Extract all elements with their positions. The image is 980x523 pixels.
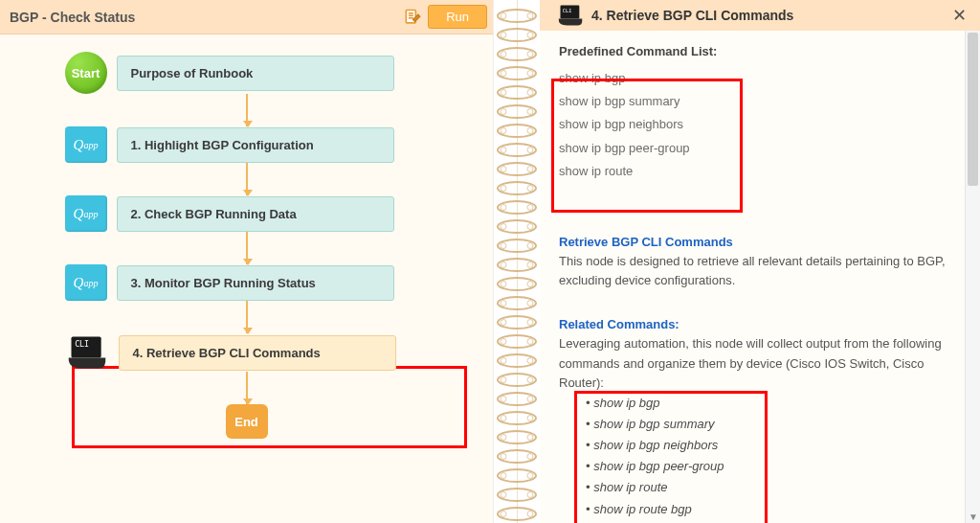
flow-node-check-running[interactable]: 2. Check BGP Running Data: [117, 196, 394, 232]
svg-point-53: [527, 301, 533, 307]
svg-point-49: [501, 282, 506, 287]
svg-point-77: [527, 454, 533, 460]
svg-point-67: [501, 397, 506, 402]
svg-point-7: [501, 13, 506, 19]
spiral-binding: [494, 0, 540, 523]
close-icon[interactable]: ✕: [948, 5, 970, 26]
command-item: show ip route: [586, 477, 947, 498]
section-heading: Retrieve BGP CLI Commands: [559, 233, 947, 252]
flow-canvas[interactable]: Start Purpose of Runbook Qapp 1. Highlig…: [0, 34, 493, 523]
svg-point-31: [501, 167, 506, 172]
description-section: Retrieve BGP CLI Commands This node is d…: [540, 221, 965, 290]
svg-point-32: [527, 167, 533, 172]
command-item: show ip route: [559, 160, 947, 183]
svg-point-26: [527, 128, 533, 134]
svg-point-85: [501, 512, 506, 517]
svg-point-34: [501, 186, 506, 192]
svg-point-17: [527, 71, 533, 77]
end-node-icon[interactable]: End: [226, 404, 268, 439]
svg-point-61: [501, 358, 506, 364]
svg-point-38: [527, 205, 533, 211]
svg-point-79: [501, 473, 506, 479]
command-item: show ip bgp peer-group: [559, 137, 947, 160]
svg-point-86: [527, 512, 533, 517]
flow-node-monitor-status[interactable]: 3. Monitor BGP Running Status: [117, 265, 394, 301]
svg-point-80: [527, 473, 533, 479]
cli-icon: CLI: [557, 4, 584, 27]
svg-point-68: [527, 397, 533, 402]
qapp-icon: Qapp: [65, 195, 107, 232]
connector-arrow: [246, 232, 248, 264]
svg-point-37: [501, 205, 506, 211]
detail-body: Predefined Command List: show ip bgpshow…: [540, 31, 965, 523]
section-body: Leveraging automation, this node will co…: [559, 334, 947, 392]
edit-icon[interactable]: [403, 8, 422, 27]
svg-point-76: [501, 454, 506, 460]
svg-point-65: [527, 377, 533, 383]
scroll-thumb[interactable]: [968, 33, 978, 186]
svg-point-73: [501, 435, 506, 441]
detail-panel: CLI 4. Retrieve BGP CLI Commands ✕ Prede…: [540, 0, 980, 523]
svg-point-10: [501, 33, 506, 38]
svg-point-28: [501, 148, 506, 153]
svg-text:CLI: CLI: [563, 8, 571, 13]
svg-point-43: [501, 243, 506, 249]
svg-point-52: [501, 301, 506, 307]
flow-node-purpose[interactable]: Purpose of Runbook: [117, 56, 394, 91]
command-item: show ip bgp summary: [586, 414, 947, 435]
scroll-down-icon[interactable]: ▼: [969, 512, 977, 523]
flow-node-highlight-config[interactable]: 1. Highlight BGP Configuration: [117, 127, 394, 163]
svg-point-70: [501, 416, 506, 421]
svg-point-14: [527, 52, 533, 57]
svg-point-58: [501, 339, 506, 345]
section-heading: Predefined Command List:: [559, 42, 947, 61]
qapp-icon: Qapp: [65, 126, 107, 163]
svg-text:CLI: CLI: [75, 340, 89, 350]
command-item: show ip bgp: [586, 393, 947, 414]
cli-icon: CLI: [65, 333, 109, 372]
runbook-flow-panel: BGP - Check Status Run Start Purpose of …: [0, 0, 494, 523]
svg-point-55: [501, 320, 506, 326]
section-heading: Related Commands:: [559, 315, 947, 334]
command-item: show ip bgp neighbors: [559, 113, 947, 136]
svg-point-50: [527, 282, 533, 287]
svg-point-40: [501, 224, 506, 230]
svg-point-47: [527, 262, 533, 268]
runbook-title: BGP - Check Status: [10, 10, 397, 25]
run-button[interactable]: Run: [428, 5, 487, 29]
svg-point-35: [527, 186, 533, 192]
command-item: show ip bgp neighbors: [586, 435, 947, 456]
svg-point-13: [501, 52, 506, 57]
flow-node-retrieve-cli[interactable]: 4. Retrieve BGP CLI Commands: [119, 335, 396, 371]
command-item: show ip bgp peer-group: [586, 456, 947, 477]
qapp-icon: Qapp: [65, 264, 107, 301]
svg-point-59: [527, 339, 533, 345]
svg-point-74: [527, 435, 533, 441]
svg-point-62: [527, 358, 533, 364]
predefined-command-section: Predefined Command List: show ip bgpshow…: [540, 31, 965, 183]
related-commands-section: Related Commands: Leveraging automation,…: [540, 304, 965, 519]
svg-point-8: [527, 13, 533, 19]
command-item: show ip route bgp: [586, 499, 947, 520]
section-body: This node is designed to retrieve all re…: [559, 252, 947, 290]
svg-point-16: [501, 71, 506, 77]
svg-point-20: [527, 90, 533, 96]
connector-arrow: [246, 94, 248, 126]
command-item: show ip bgp summary: [559, 90, 947, 113]
svg-point-25: [501, 128, 506, 134]
svg-point-71: [527, 416, 533, 421]
detail-title: 4. Retrieve BGP CLI Commands: [591, 8, 948, 23]
svg-point-83: [527, 492, 533, 498]
svg-point-41: [527, 224, 533, 230]
runbook-header: BGP - Check Status Run: [0, 0, 493, 34]
connector-arrow: [246, 301, 248, 333]
predefined-command-list: show ip bgpshow ip bgp summaryshow ip bg…: [559, 67, 947, 183]
svg-point-23: [527, 109, 533, 115]
connector-arrow: [246, 372, 248, 404]
scrollbar[interactable]: ▲ ▼: [965, 31, 980, 523]
start-node-icon[interactable]: Start: [65, 52, 107, 94]
svg-point-82: [501, 492, 506, 498]
svg-point-44: [527, 243, 533, 249]
svg-point-22: [501, 109, 506, 115]
svg-point-11: [527, 33, 533, 38]
